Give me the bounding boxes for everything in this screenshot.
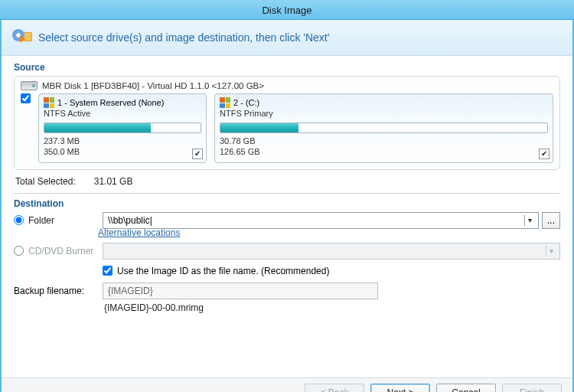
- next-button[interactable]: Next >: [370, 384, 430, 392]
- backup-filename-input[interactable]: [103, 283, 378, 299]
- browse-button[interactable]: ...: [542, 212, 560, 229]
- source-heading: Source: [14, 62, 560, 73]
- windows-icon: [220, 97, 230, 108]
- hdd-icon: [21, 81, 38, 90]
- usage-bar: [44, 122, 201, 133]
- burner-radio[interactable]: CD/DVD Burner: [14, 246, 96, 256]
- window: Select source drive(s) and image destina…: [0, 20, 574, 392]
- partition-title: 1 - System Reserved (None): [57, 98, 164, 107]
- partition-total: 350.0 MB: [44, 147, 201, 158]
- usage-bar: [220, 122, 548, 133]
- folder-value: \\bb\public|: [108, 215, 152, 226]
- wizard-footer: < Back Next > Cancel Finish: [2, 377, 572, 392]
- window-title: Disk Image: [0, 0, 574, 20]
- partition-used: 237.3 MB: [44, 136, 201, 147]
- finish-button: Finish: [502, 384, 562, 392]
- partition-checkbox[interactable]: [539, 149, 550, 159]
- partition-total: 126.65 GB: [220, 147, 548, 158]
- partition-fs: NTFS Primary: [220, 109, 548, 118]
- partition-used: 30.78 GB: [220, 136, 548, 147]
- partition-card[interactable]: 2 - (C:) NTFS Primary 30.78 GB 126.65 GB: [214, 93, 553, 163]
- source-panel: MBR Disk 1 [BFD3BF40] - Virtual HD 1.1.0…: [14, 76, 560, 170]
- backup-filename-label: Backup filename:: [14, 286, 96, 296]
- partition-fs: NTFS Active: [44, 109, 201, 118]
- total-selected-label: Total Selected:: [15, 176, 76, 187]
- total-selected-value: 31.01 GB: [94, 176, 133, 187]
- disk-label: MBR Disk 1 [BFD3BF40] - Virtual HD 1.1.0…: [42, 81, 264, 90]
- partition-checkbox[interactable]: [192, 149, 203, 159]
- chevron-down-icon: [546, 246, 556, 256]
- windows-icon: [44, 97, 54, 108]
- folder-radio[interactable]: Folder: [14, 215, 96, 226]
- use-imageid-label: Use the Image ID as the file name. (Reco…: [117, 266, 329, 276]
- use-imageid-checkbox[interactable]: [103, 266, 113, 276]
- divider: [14, 193, 560, 194]
- instruction-text: Select source drive(s) and image destina…: [38, 31, 329, 44]
- destination-heading: Destination: [14, 198, 560, 209]
- folder-dropdown[interactable]: \\bb\public|: [103, 212, 539, 229]
- instruction-banner: Select source drive(s) and image destina…: [2, 20, 572, 56]
- alternative-locations-link[interactable]: Alternative locations: [98, 227, 560, 238]
- chevron-down-icon[interactable]: [524, 215, 535, 226]
- back-button: < Back: [305, 384, 364, 392]
- disk-checkbox[interactable]: [21, 93, 31, 103]
- filename-preview: {IMAGEID}-00-00.mrimg: [104, 302, 560, 313]
- partition-title: 2 - (C:): [233, 98, 259, 107]
- burner-dropdown: [103, 243, 560, 260]
- wizard-icon: [12, 28, 32, 47]
- disk-row: MBR Disk 1 [BFD3BF40] - Virtual HD 1.1.0…: [21, 81, 553, 90]
- burner-radio-label: CD/DVD Burner: [28, 246, 93, 256]
- cancel-button[interactable]: Cancel: [436, 384, 496, 392]
- folder-radio-label: Folder: [28, 215, 54, 226]
- partition-card[interactable]: 1 - System Reserved (None) NTFS Active 2…: [38, 93, 207, 163]
